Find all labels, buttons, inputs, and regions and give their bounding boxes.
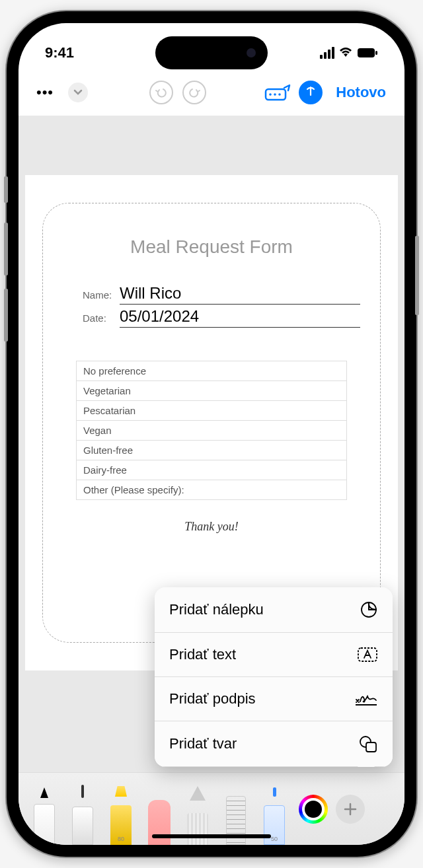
- menu-label: Pridať nálepku: [169, 601, 264, 618]
- option-row: Vegan: [77, 421, 346, 441]
- redo-button[interactable]: [180, 78, 209, 107]
- date-label: Date:: [83, 312, 114, 324]
- menu-add-sticker[interactable]: Pridať nálepku: [155, 587, 393, 633]
- name-value: Will Rico: [120, 284, 360, 305]
- cellular-icon: [320, 47, 334, 59]
- menu-add-text[interactable]: Pridať text: [155, 633, 393, 677]
- add-button[interactable]: [336, 795, 365, 824]
- redo-icon: [182, 81, 206, 104]
- thank-you-text: Thank you!: [63, 520, 360, 534]
- autofill-button[interactable]: [263, 78, 292, 107]
- highlighter-tool[interactable]: 80: [104, 782, 137, 845]
- battery-icon: [357, 48, 378, 58]
- more-button[interactable]: •••: [30, 78, 59, 107]
- option-row: No preference: [77, 361, 346, 381]
- date-field: Date: 05/01/2024: [63, 307, 360, 328]
- power-button: [415, 236, 419, 315]
- shape-icon: [358, 735, 378, 753]
- menu-label: Pridať tvar: [169, 735, 237, 752]
- tool-size-label: 50: [271, 836, 278, 842]
- date-value: 05/01/2024: [120, 307, 360, 328]
- pen-tool[interactable]: [28, 782, 61, 845]
- color-picker-button[interactable]: [299, 795, 328, 824]
- marker-tool[interactable]: [66, 782, 99, 845]
- home-indicator[interactable]: [152, 834, 271, 838]
- markup-icon: [299, 81, 323, 104]
- menu-label: Pridať text: [169, 646, 236, 663]
- tool-size-label: 80: [118, 836, 124, 842]
- markup-button[interactable]: [296, 78, 325, 107]
- name-label: Name:: [83, 289, 114, 301]
- status-time: 9:41: [45, 44, 74, 61]
- undo-icon: [149, 81, 173, 104]
- svg-rect-0: [358, 48, 375, 57]
- menu-label: Pridať podpis: [169, 690, 256, 707]
- volume-up-button: [4, 223, 8, 275]
- signature-icon: [354, 691, 378, 707]
- menu-add-shape[interactable]: Pridať tvar: [155, 721, 393, 767]
- chevron-down-icon: [68, 83, 88, 102]
- status-icons: [320, 47, 378, 59]
- option-row: Gluten-free: [77, 441, 346, 460]
- dynamic-island: [155, 36, 268, 69]
- add-menu-popup: Pridať nálepku Pridať text Pridať podpis: [155, 587, 393, 767]
- option-row: Vegetarian: [77, 381, 346, 401]
- wifi-icon: [338, 47, 353, 59]
- phone-frame: 9:41 •••: [7, 11, 416, 857]
- svg-point-4: [274, 93, 276, 96]
- volume-down-button: [4, 289, 8, 342]
- autofill-icon: [264, 84, 291, 101]
- svg-rect-9: [366, 742, 376, 752]
- plus-icon: [343, 802, 358, 816]
- done-button[interactable]: Hotovo: [329, 84, 393, 101]
- sticker-icon: [360, 600, 378, 619]
- menu-add-signature[interactable]: Pridať podpis: [155, 677, 393, 721]
- form-title: Meal Request Form: [63, 236, 360, 258]
- screen: 9:41 •••: [19, 23, 404, 845]
- svg-rect-1: [375, 51, 377, 55]
- option-row: Pescatarian: [77, 401, 346, 421]
- undo-button[interactable]: [147, 78, 176, 107]
- ellipsis-icon: •••: [36, 84, 54, 101]
- svg-point-3: [269, 93, 272, 96]
- options-table: No preference Vegetarian Pescatarian Veg…: [76, 361, 347, 500]
- name-field: Name: Will Rico: [63, 284, 360, 305]
- current-color: [302, 798, 325, 820]
- text-icon: [357, 647, 378, 663]
- collapse-button[interactable]: [63, 78, 93, 107]
- form-container: Meal Request Form Name: Will Rico Date: …: [42, 203, 381, 643]
- app-toolbar: •••: [19, 69, 404, 116]
- side-button: [4, 176, 8, 203]
- svg-point-5: [278, 93, 281, 96]
- option-row: Other (Please specify):: [77, 480, 346, 499]
- option-row: Dairy-free: [77, 460, 346, 480]
